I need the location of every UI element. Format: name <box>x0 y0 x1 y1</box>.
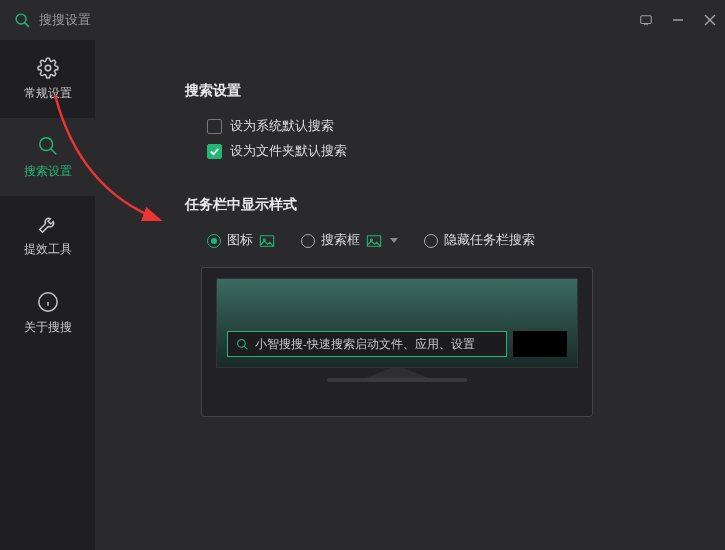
feedback-icon[interactable] <box>639 13 653 27</box>
wrench-icon <box>37 213 59 235</box>
radio-label: 图标 <box>227 232 253 249</box>
image-icon <box>259 234 275 248</box>
svg-line-17 <box>244 346 247 349</box>
radio-circle-icon <box>301 234 315 248</box>
sidebar-item-label: 搜索设置 <box>24 163 72 180</box>
sidebar-item-label: 提效工具 <box>24 241 72 258</box>
minimize-button[interactable] <box>671 13 685 27</box>
sidebar-item-tools[interactable]: 提效工具 <box>0 196 95 274</box>
checkbox-row-folder-search[interactable]: 设为文件夹默认搜索 <box>207 143 725 160</box>
svg-point-6 <box>45 65 51 71</box>
checkbox-label: 设为系统默认搜索 <box>230 118 334 135</box>
sidebar: 常规设置 搜索设置 提效工具 关于搜搜 <box>0 40 95 550</box>
radio-label: 搜索框 <box>321 232 360 249</box>
preview-stand <box>365 368 429 378</box>
app-window: 搜搜设置 常规设置 <box>0 0 725 550</box>
checkbox-folder-search[interactable] <box>207 144 222 159</box>
svg-line-1 <box>25 22 29 26</box>
svg-point-0 <box>16 14 26 24</box>
sidebar-item-about[interactable]: 关于搜搜 <box>0 274 95 352</box>
section-heading-search: 搜索设置 <box>185 82 725 100</box>
image-icon <box>366 234 382 248</box>
section-heading-taskbar: 任务栏中显示样式 <box>185 196 725 214</box>
svg-point-16 <box>238 339 246 347</box>
svg-rect-2 <box>641 15 652 23</box>
sidebar-item-general[interactable]: 常规设置 <box>0 40 95 118</box>
radio-label: 隐藏任务栏搜索 <box>444 232 535 249</box>
preview-blackbox <box>513 331 567 357</box>
search-icon <box>14 12 31 29</box>
taskbar-preview: 小智搜搜-快速搜索启动文件、应用、设置 <box>201 267 593 417</box>
info-icon <box>37 291 59 313</box>
search-icon <box>37 135 59 157</box>
gear-icon <box>37 57 59 79</box>
preview-placeholder: 小智搜搜-快速搜索启动文件、应用、设置 <box>255 337 475 352</box>
search-icon <box>236 338 249 351</box>
window-controls <box>639 13 717 27</box>
checkbox-row-default-search[interactable]: 设为系统默认搜索 <box>207 118 725 135</box>
title-bar: 搜搜设置 <box>0 0 725 40</box>
sidebar-item-search[interactable]: 搜索设置 <box>0 118 95 196</box>
radio-option-icon[interactable]: 图标 <box>207 232 275 249</box>
radio-circle-icon <box>424 234 438 248</box>
checkbox-label: 设为文件夹默认搜索 <box>230 143 347 160</box>
preview-screen: 小智搜搜-快速搜索启动文件、应用、设置 <box>216 278 578 368</box>
radio-dot-icon <box>211 238 217 244</box>
preview-base <box>327 378 467 382</box>
checkbox-default-search[interactable] <box>207 119 222 134</box>
chevron-down-icon[interactable] <box>390 238 398 243</box>
preview-searchbar: 小智搜搜-快速搜索启动文件、应用、设置 <box>227 331 507 357</box>
radio-circle-icon <box>207 234 221 248</box>
sidebar-item-label: 关于搜搜 <box>24 319 72 336</box>
close-button[interactable] <box>703 13 717 27</box>
radio-option-searchbox[interactable]: 搜索框 <box>301 232 398 249</box>
window-title: 搜搜设置 <box>39 11 91 29</box>
sidebar-item-label: 常规设置 <box>24 85 72 102</box>
svg-point-7 <box>39 137 52 150</box>
taskbar-style-options: 图标 搜索框 <box>207 232 725 249</box>
main-panel: 搜索设置 设为系统默认搜索 设为文件夹默认搜索 任务栏中显示样式 图标 <box>95 40 725 550</box>
radio-option-hide[interactable]: 隐藏任务栏搜索 <box>424 232 535 249</box>
svg-line-8 <box>50 148 56 154</box>
